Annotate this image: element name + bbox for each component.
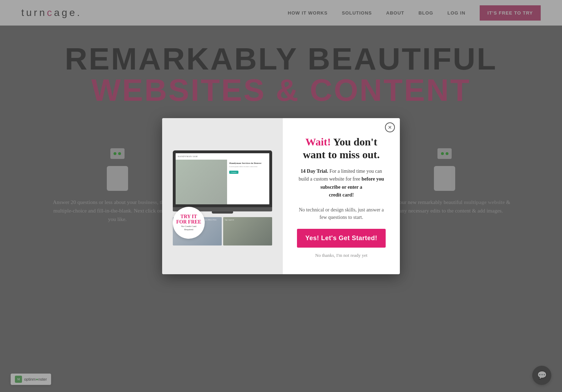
modal-body: 14 Day Trial. For a limited time you can… (297, 167, 386, 199)
modal-subtext: No technical or design skills, just answ… (297, 206, 386, 221)
screen-body-text: Lorem ipsum dolor sit amet consectetur (229, 166, 267, 168)
bs-content-2: App segment (223, 217, 272, 222)
bs-text-2: App segment (225, 219, 271, 221)
screen-hero-image (176, 160, 227, 204)
screen-inner: HANDYMAN SAM Handyman Services in Denver… (176, 153, 269, 204)
screen-cta-button: Contact (229, 171, 238, 174)
trial-label: 14 Day Trial. (301, 169, 328, 174)
bottom-screen-2: App segment (223, 217, 272, 245)
badge-top-text: TRY ITFOR FREE (176, 214, 201, 225)
laptop-screen: HANDYMAN SAM Handyman Services in Denver… (173, 150, 272, 207)
try-badge: TRY ITFOR FREE No Credit CardRequired (173, 207, 205, 239)
screen-body: Handyman Services in Denver Lorem ipsum … (176, 160, 269, 204)
modal-cta-button[interactable]: Yes! Let's Get Started! (297, 229, 386, 248)
close-icon: ✕ (388, 125, 392, 130)
badge-bottom-text: No Credit CardRequired (181, 225, 196, 231)
modal: ✕ HANDYMAN SAM Handyman Services in Denv… (162, 118, 400, 274)
modal-overlay[interactable]: ✕ HANDYMAN SAM Handyman Services in Denv… (0, 0, 562, 392)
laptop-foot (212, 211, 233, 214)
screen-nav: HANDYMAN SAM (176, 153, 269, 160)
screen-title: Handyman Services in Denver (229, 162, 267, 165)
modal-wait-text: Wait! (305, 136, 331, 148)
modal-left-panel: HANDYMAN SAM Handyman Services in Denver… (162, 118, 283, 274)
modal-right-panel: Wait! You don'twant to miss out. 14 Day … (283, 118, 400, 274)
modal-close-button[interactable]: ✕ (385, 122, 395, 132)
screen-content: Handyman Services in Denver Lorem ipsum … (227, 160, 269, 204)
screen-nav-brand: HANDYMAN SAM (178, 155, 198, 158)
modal-headline: Wait! You don'twant to miss out. (303, 136, 380, 161)
trial-condition: before you subscribe or enter acredit ca… (320, 176, 384, 198)
modal-decline-link[interactable]: No thanks, I'm not ready yet (315, 253, 367, 258)
laptop-mockup: HANDYMAN SAM Handyman Services in Denver… (173, 150, 272, 214)
